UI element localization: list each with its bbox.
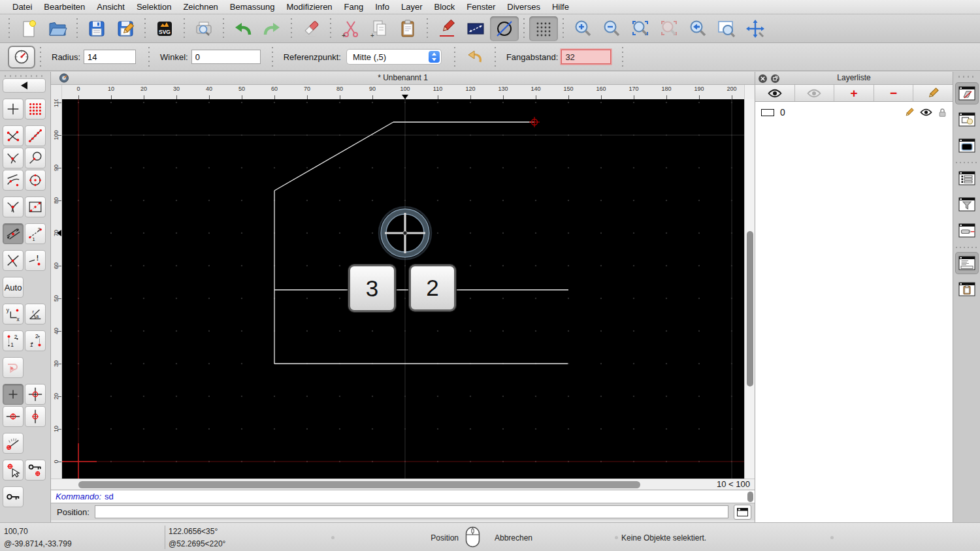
restore-defaults-button[interactable] <box>463 46 487 67</box>
save-as-button[interactable] <box>111 16 140 41</box>
circle-tool-button[interactable] <box>490 16 519 41</box>
snap-distance-button[interactable]: 12 <box>25 223 46 244</box>
restrict-angle-button[interactable] <box>3 433 24 454</box>
layer-list-dock-button[interactable] <box>955 82 979 104</box>
snap-reference-points-button[interactable] <box>25 197 46 217</box>
menu-item-zeichnen[interactable]: Zeichnen <box>177 2 223 12</box>
command-scrollbar-thumb[interactable] <box>747 492 753 502</box>
edit-layer-icon[interactable] <box>904 108 914 118</box>
layer-lock-icon[interactable] <box>938 108 947 118</box>
menu-item-info[interactable]: Info <box>369 2 395 12</box>
delete-button[interactable] <box>297 16 325 41</box>
snap-intersection-manual-button[interactable] <box>3 197 24 217</box>
show-all-layers-button[interactable] <box>755 85 795 101</box>
detach-panel-button[interactable] <box>771 74 779 83</box>
restrict-off-button[interactable] <box>3 357 24 378</box>
menu-item-bearbeiten[interactable]: Bearbeiten <box>38 2 91 12</box>
close-panel-button[interactable] <box>759 74 767 83</box>
cut-button[interactable]: + <box>336 16 365 41</box>
angle-input[interactable] <box>191 50 261 64</box>
snap-free-button[interactable] <box>3 99 24 119</box>
snap-endpoints-button[interactable] <box>3 125 24 146</box>
menu-item-modifizieren[interactable]: Modifizieren <box>281 2 338 12</box>
grid-toggle-button[interactable] <box>529 16 558 41</box>
restrict-orthogonal-button[interactable] <box>25 384 46 405</box>
lock-snap-button[interactable] <box>3 486 24 507</box>
library-browser-dock-button[interactable] <box>955 134 979 157</box>
snap-center-button[interactable] <box>25 170 46 191</box>
zoom-out-button[interactable] <box>597 16 626 41</box>
command-line[interactable]: Kommando:sd <box>51 490 755 503</box>
property-editor-dock-button[interactable] <box>955 167 979 189</box>
menu-item-layer[interactable]: Layer <box>395 2 429 12</box>
redo-button[interactable] <box>257 16 286 41</box>
save-button[interactable] <box>82 16 111 41</box>
open-file-button[interactable] <box>43 16 72 41</box>
relative-point-1-button[interactable]: 12 <box>3 330 24 351</box>
dock-drag-handle[interactable] <box>958 76 975 78</box>
snap-intersection-button[interactable] <box>3 148 24 168</box>
snap-tangent-button[interactable] <box>3 170 24 191</box>
command-line-dock-button[interactable] <box>955 252 979 274</box>
menu-item-hilfe[interactable]: Hilfe <box>546 2 575 12</box>
layer-color-swatch[interactable] <box>761 109 774 116</box>
undo-button[interactable] <box>229 16 257 41</box>
menu-item-block[interactable]: Block <box>428 2 461 12</box>
menu-item-selektion[interactable]: Selektion <box>131 2 177 12</box>
measurement-tool-dock-button[interactable] <box>955 219 979 242</box>
add-layer-button[interactable]: + <box>834 85 874 101</box>
reference-point-select[interactable]: Mitte (,5) <box>346 49 442 65</box>
menu-item-fang[interactable]: Fang <box>338 2 370 12</box>
relative-point-2-button[interactable]: 12 <box>25 330 46 351</box>
menu-item-ansicht[interactable]: Ansicht <box>91 2 131 12</box>
set-relative-zero-button[interactable] <box>3 460 24 480</box>
selection-filter-dock-button[interactable] <box>955 193 979 215</box>
edit-layer-button[interactable] <box>913 85 953 101</box>
clipboard-dock-button[interactable] <box>955 278 979 300</box>
vertical-scrollbar[interactable] <box>744 99 755 479</box>
pan-button[interactable] <box>741 16 770 41</box>
drawing-canvas[interactable]: 32 <box>62 99 744 479</box>
draw-pencil-button[interactable] <box>433 16 461 41</box>
restrict-vertical-button[interactable] <box>25 406 46 427</box>
print-preview-button[interactable] <box>189 16 218 41</box>
hide-all-layers-button[interactable] <box>795 85 835 101</box>
snap-points-on-entity-button[interactable] <box>25 125 46 146</box>
restrict-horizontal-button[interactable] <box>3 406 24 427</box>
menu-item-datei[interactable]: Datei <box>7 2 38 12</box>
block-list-dock-button[interactable] <box>955 108 979 131</box>
paste-button[interactable] <box>393 16 422 41</box>
snap-middle-button[interactable] <box>3 223 24 244</box>
lock-relative-zero-button[interactable] <box>25 460 46 480</box>
svg-export-button[interactable]: SVG <box>150 16 179 41</box>
remove-layer-button[interactable]: − <box>874 85 914 101</box>
zoom-auto-button[interactable] <box>626 16 655 41</box>
snap-manual-button[interactable]: ! <box>25 250 46 271</box>
menu-item-fenster[interactable]: Fenster <box>461 2 501 12</box>
horizontal-scrollbar[interactable]: 10 < 100 <box>51 479 755 490</box>
zoom-previous-button[interactable] <box>683 16 712 41</box>
horizontal-scrollbar-thumb[interactable] <box>78 481 640 488</box>
radius-mode-button[interactable] <box>8 46 35 69</box>
menu-item-bemassung[interactable]: Bemassung <box>224 2 281 12</box>
restrict-nothing-button[interactable] <box>3 384 24 405</box>
snap-grid-button[interactable] <box>25 99 46 119</box>
new-file-button[interactable] <box>14 16 43 41</box>
copy-button[interactable]: + <box>365 16 393 41</box>
vertical-scrollbar-thumb[interactable] <box>747 231 753 386</box>
dimension-button[interactable] <box>461 16 490 41</box>
menu-item-diverses[interactable]: Diverses <box>501 2 546 12</box>
panel-drag-handle[interactable] <box>5 75 46 77</box>
command-panel-toggle-button[interactable] <box>734 505 751 520</box>
radius-input[interactable] <box>84 50 136 64</box>
layer-row[interactable]: 0 <box>755 104 953 120</box>
layer-visibility-icon[interactable] <box>920 108 932 116</box>
snap-on-circle-button[interactable] <box>25 148 46 168</box>
coordinate-cartesian-button[interactable]: yx <box>3 304 24 324</box>
zoom-in-button[interactable] <box>568 16 597 41</box>
back-button[interactable] <box>3 78 46 93</box>
position-input[interactable] <box>95 505 728 518</box>
snap-distance-input[interactable] <box>561 50 611 64</box>
zoom-window-button[interactable] <box>712 16 741 41</box>
coordinate-polar-button[interactable]: ra <box>25 304 46 324</box>
